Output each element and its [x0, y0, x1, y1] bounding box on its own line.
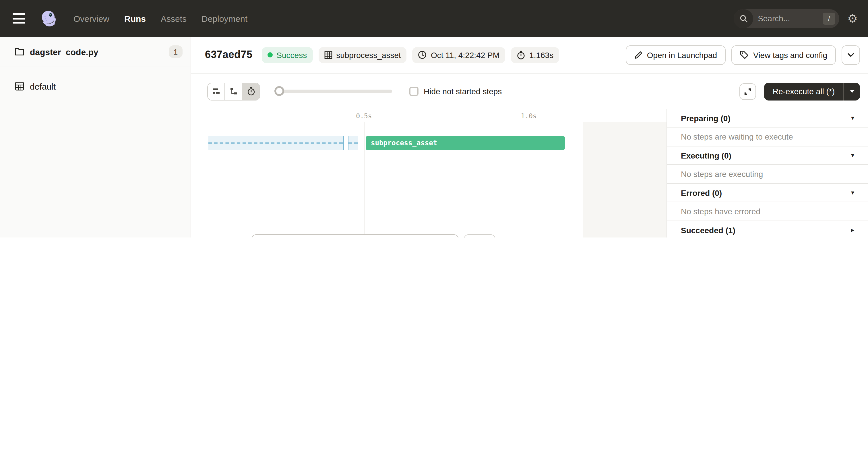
- reexecute-all-button[interactable]: Re-execute all (*): [764, 82, 843, 100]
- tag-icon: [740, 51, 749, 59]
- search-icon: [734, 9, 753, 28]
- step-subset-controls: Hide unselected steps: [251, 234, 598, 237]
- job-icon: [15, 82, 24, 91]
- zoom-to-fit-button[interactable]: [464, 234, 495, 237]
- axis-tick: 1.0s: [521, 112, 536, 120]
- run-badges: Success subprocess_asset Oct 11, 4:22:42…: [261, 47, 559, 63]
- expand-icon: [744, 88, 751, 95]
- settings-button[interactable]: ⚙: [847, 12, 858, 24]
- panel-section-errored[interactable]: Errored (0) ▾: [667, 184, 868, 202]
- section-chevron-down-icon: ▾: [851, 114, 854, 122]
- top-nav: Overview Runs Assets Deployment / ⚙: [0, 0, 868, 37]
- sidebar: dagster_code.py 1 default dagster_code.p…: [0, 37, 191, 237]
- nav-items: Overview Runs Assets Deployment: [73, 13, 247, 23]
- app-root: Overview Runs Assets Deployment / ⚙ dags…: [0, 0, 868, 237]
- timed-icon[interactable]: [242, 83, 259, 100]
- job-name: default: [30, 81, 56, 91]
- section-chevron-down-icon: ▾: [851, 189, 854, 197]
- panel-message: No steps have errored: [667, 202, 868, 221]
- chevron-down-icon: [847, 53, 854, 57]
- search-shortcut-badge: /: [823, 12, 835, 24]
- repo-name: dagster_code.py: [30, 47, 98, 57]
- sidebar-repo-row[interactable]: dagster_code.py 1: [0, 37, 191, 67]
- gantt-view-mode-toggle: [207, 82, 260, 100]
- run-header-actions: Open in Launchpad View tags and config: [626, 45, 860, 65]
- duration-badge: 1.163s: [511, 47, 559, 63]
- step-status-panel: Preparing (0) ▾ No steps are waiting to …: [666, 109, 868, 237]
- step-bar-label: subprocess_asset: [371, 139, 437, 147]
- waiting-dash-line: [208, 143, 343, 144]
- open-in-launchpad-button[interactable]: Open in Launchpad: [626, 45, 725, 65]
- pencil-icon: [634, 51, 642, 59]
- main-content: 637aed75 Success subprocess_asset Oct 11…: [191, 37, 868, 237]
- start-time-badge: Oct 11, 4:22:42 PM: [412, 47, 505, 63]
- run-id: 637aed75: [205, 49, 252, 61]
- gantt-zoom-slider[interactable]: [275, 86, 392, 96]
- caret-down-icon: [849, 90, 855, 93]
- hide-not-started-checkbox[interactable]: Hide not started steps: [409, 87, 502, 96]
- sidebar-item-default-job[interactable]: default: [0, 75, 191, 97]
- panel-section-preparing[interactable]: Preparing (0) ▾: [667, 109, 868, 127]
- nav-item-overview[interactable]: Overview: [73, 13, 110, 23]
- reexecute-menu-button[interactable]: [843, 82, 860, 100]
- step-subset-inputbox[interactable]: [251, 234, 459, 237]
- panel-message: No steps are executing: [667, 165, 868, 184]
- gantt-time-axis: 0.5s 1.0s: [191, 109, 666, 122]
- menu-button[interactable]: [12, 12, 28, 25]
- gantt-step-bar[interactable]: subprocess_asset: [366, 136, 565, 150]
- nav-item-assets[interactable]: Assets: [161, 13, 187, 23]
- search-box[interactable]: /: [734, 9, 839, 28]
- stopwatch-icon: [517, 50, 525, 59]
- after-run-shade: [583, 122, 666, 237]
- search-input[interactable]: [753, 14, 823, 23]
- slider-track[interactable]: [275, 90, 392, 93]
- section-chevron-right-icon: ▸: [851, 226, 854, 234]
- reexecute-split-button: Re-execute all (*): [764, 82, 860, 100]
- checkbox-box[interactable]: [409, 87, 418, 96]
- gantt-toolbar: Hide not started steps Re-execute all (*…: [191, 73, 868, 109]
- waiting-dash-line: [348, 143, 358, 144]
- repo-count-badge: 1: [169, 46, 183, 58]
- folder-icon: [15, 48, 24, 56]
- nav-item-runs[interactable]: Runs: [124, 13, 146, 23]
- view-tags-config-button[interactable]: View tags and config: [732, 45, 836, 65]
- clock-icon: [418, 51, 427, 59]
- waterfall-icon[interactable]: [225, 83, 242, 100]
- asset-grid-icon: [324, 51, 332, 59]
- axis-tick: 0.5s: [356, 112, 372, 120]
- panel-section-executing[interactable]: Executing (0) ▾: [667, 146, 868, 165]
- slider-handle[interactable]: [274, 86, 284, 96]
- gridline: [364, 122, 365, 237]
- gear-icon: ⚙: [847, 12, 858, 25]
- run-header: 637aed75 Success subprocess_asset Oct 11…: [191, 37, 868, 73]
- run-actions-menu-button[interactable]: [842, 45, 860, 65]
- section-chevron-down-icon: ▾: [851, 152, 854, 159]
- status-badge: Success: [261, 47, 313, 63]
- gantt-chart: 0.5s 1.0s subprocess_asset: [191, 109, 868, 237]
- panel-section-succeeded[interactable]: Succeeded (1) ▸: [667, 221, 868, 237]
- asset-badge[interactable]: subprocess_asset: [318, 47, 407, 63]
- success-dot-icon: [267, 52, 272, 57]
- flat-list-icon[interactable]: [208, 83, 225, 100]
- panel-message: No steps are waiting to execute: [667, 127, 868, 146]
- nav-item-deployment[interactable]: Deployment: [202, 13, 247, 23]
- gantt-chart-area: subprocess_asset Hide unselected steps: [191, 122, 666, 237]
- gantt-fullscreen-button[interactable]: [739, 83, 756, 100]
- dagster-logo-icon[interactable]: [38, 8, 59, 29]
